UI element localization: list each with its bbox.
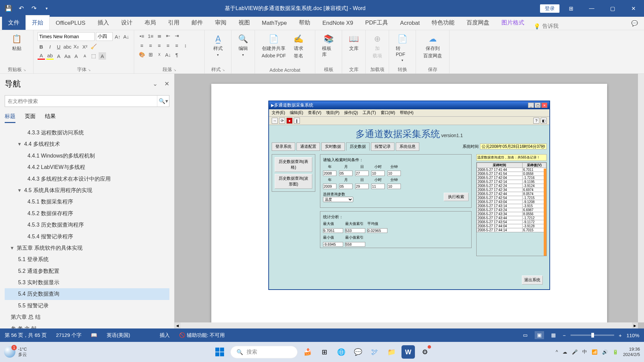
- grow-icon[interactable]: A: [72, 52, 80, 60]
- tray-wifi-icon[interactable]: 📶: [592, 349, 597, 355]
- tray-mic-icon[interactable]: 🎤: [572, 349, 578, 355]
- nav-item[interactable]: 第五章 系统软件的具体实现: [5, 242, 169, 254]
- maximize-icon[interactable]: ▢: [603, 0, 622, 17]
- tray-volume-icon[interactable]: 🔊: [602, 349, 608, 355]
- decrease-font-icon[interactable]: A↓: [123, 33, 130, 40]
- multilevel-icon[interactable]: ≣: [156, 32, 163, 40]
- nav-item[interactable]: 4.5.4 报警记录程序: [5, 231, 169, 242]
- tray-overflow-icon[interactable]: ^: [556, 349, 558, 355]
- app-edge-icon[interactable]: 🌐: [334, 345, 348, 359]
- increase-indent-icon[interactable]: ⇥: [173, 32, 180, 40]
- subscript-icon[interactable]: X₂: [72, 43, 80, 50]
- nav-item[interactable]: 5.4 历史数据查询: [5, 288, 169, 300]
- document-page[interactable]: ▶ 多通道数据采集系统 _ ▢ ✕ 文件(E)编辑(E)查看(V)项目(P)操作…: [211, 84, 607, 328]
- bullets-icon[interactable]: •≡: [138, 32, 146, 40]
- shading-icon[interactable]: 🎨: [138, 51, 146, 58]
- distribute-icon[interactable]: ≡: [173, 42, 180, 49]
- tab-officeplus[interactable]: OfficePLUS: [50, 16, 92, 30]
- font-launcher-icon[interactable]: ↘: [88, 68, 91, 72]
- nav-tab-headings[interactable]: 标题: [5, 113, 15, 123]
- change-case-icon[interactable]: Aa: [64, 52, 71, 60]
- qat-dropdown-icon[interactable]: ▾: [43, 5, 50, 12]
- text-effect-icon[interactable]: A: [55, 52, 62, 60]
- nav-item[interactable]: 5.1 登录系统: [5, 254, 169, 265]
- book-icon[interactable]: 📖: [91, 332, 97, 338]
- increase-font-icon[interactable]: A↑: [114, 33, 121, 40]
- tab-acrobat[interactable]: Acrobat: [394, 16, 426, 30]
- highlight-icon[interactable]: ab: [46, 52, 54, 60]
- sort-icon[interactable]: A↓: [164, 51, 172, 58]
- read-mode-icon[interactable]: ▭: [521, 331, 530, 339]
- asian-layout-icon[interactable]: ☓: [156, 51, 163, 58]
- nav-item[interactable]: 4.4 多线程技术: [5, 138, 169, 150]
- convert-pdf-button[interactable]: 📄转PDF▾: [393, 32, 412, 63]
- font-name-input[interactable]: [38, 32, 95, 41]
- nav-search-icon[interactable]: 🔍▾: [157, 96, 169, 107]
- char-shading-icon[interactable]: A: [99, 52, 106, 60]
- nav-item[interactable]: 4.5.1 数据采集程序: [5, 196, 169, 207]
- nav-item[interactable]: 参 考 文 献: [5, 323, 169, 328]
- nav-item[interactable]: 第六章 总 结: [5, 311, 169, 323]
- tab-insert[interactable]: 插入: [92, 15, 115, 30]
- wenku-button[interactable]: 📖文库: [346, 32, 361, 53]
- show-marks-icon[interactable]: ¶: [173, 51, 180, 58]
- tab-mailings[interactable]: 邮件: [185, 15, 209, 30]
- tray-battery-icon[interactable]: 🔋: [612, 349, 618, 355]
- templates-button[interactable]: 📚模板库: [319, 32, 338, 59]
- strike-icon[interactable]: abc: [64, 43, 71, 50]
- tab-endnote[interactable]: EndNote X9: [316, 16, 359, 30]
- page-info[interactable]: 第 56 页，共 65 页: [5, 332, 47, 339]
- clear-format-icon[interactable]: 🧹: [90, 43, 97, 50]
- nav-item[interactable]: 4.5 系统具体应用程序的实现: [5, 185, 169, 196]
- taskbar-search[interactable]: 🔍 搜索: [230, 346, 298, 358]
- request-sign-button[interactable]: ✍请求签名: [290, 32, 307, 60]
- accessibility[interactable]: 🚫 辅助功能: 不可用: [179, 332, 225, 339]
- tray-ime[interactable]: 中: [582, 349, 587, 355]
- char-border-icon[interactable]: ⬚: [90, 52, 97, 60]
- italic-icon[interactable]: I: [46, 43, 54, 50]
- doc-scrollbar-v[interactable]: [638, 74, 644, 322]
- nav-item[interactable]: 5.3 实时数据显示: [5, 277, 169, 288]
- save-baidu-button[interactable]: ☁保存到百度网盘: [420, 32, 445, 60]
- font-color-icon[interactable]: A: [38, 52, 45, 60]
- nav-tab-results[interactable]: 结果: [45, 113, 56, 123]
- superscript-icon[interactable]: X²: [81, 43, 89, 50]
- styles-launcher-icon[interactable]: ↘: [222, 68, 225, 72]
- addins-button[interactable]: ⊕加载项: [370, 32, 385, 60]
- nav-item[interactable]: 4.4.1 Windows的多线程机制: [5, 150, 169, 162]
- nav-item[interactable]: 4.4.2 LabVIEW与多线程: [5, 162, 169, 173]
- tab-picture-format[interactable]: 图片格式: [495, 15, 530, 30]
- tab-pdftools[interactable]: PDF工具: [359, 15, 394, 30]
- align-left-icon[interactable]: ≡: [138, 42, 146, 49]
- numbering-icon[interactable]: 1≡: [147, 32, 154, 40]
- tab-help[interactable]: 帮助: [293, 15, 316, 30]
- nav-item[interactable]: 4.5.3 历史数据查询程序: [5, 219, 169, 231]
- tab-file[interactable]: 文件: [2, 15, 25, 30]
- start-button[interactable]: [212, 345, 227, 359]
- save-icon[interactable]: 💾: [5, 5, 12, 12]
- word-count[interactable]: 27129 个字: [56, 332, 82, 339]
- comments-button[interactable]: 💬: [625, 17, 644, 30]
- nav-tab-pages[interactable]: 页面: [25, 113, 36, 123]
- nav-collapse-icon[interactable]: ⌄: [153, 80, 158, 87]
- tab-mathtype[interactable]: MathType: [256, 16, 293, 30]
- editing-button[interactable]: 🔍编辑▾: [235, 32, 251, 58]
- app-chat-icon[interactable]: 💬: [351, 345, 365, 359]
- styles-button[interactable]: A̲样式▾: [209, 32, 227, 58]
- nav-item[interactable]: 5.5 报警记录: [5, 300, 169, 311]
- paste-button[interactable]: 📋 粘贴: [4, 32, 29, 53]
- tab-view[interactable]: 视图: [232, 15, 256, 30]
- tab-layout[interactable]: 布局: [139, 15, 162, 30]
- app-obs-icon[interactable]: ⚙: [418, 345, 432, 359]
- tray-clock[interactable]: 19:36 2024/2/5: [623, 347, 640, 357]
- app-taskview-icon[interactable]: ⊞: [318, 345, 331, 359]
- web-layout-icon[interactable]: ▦: [549, 331, 558, 339]
- nav-item[interactable]: 4.4.3 多线程技术在本设计中的应用: [5, 173, 169, 185]
- close-icon[interactable]: ✕: [624, 0, 643, 17]
- language[interactable]: 英语(美国): [107, 332, 130, 339]
- weather-widget[interactable]: 1 -1°C多云: [4, 346, 27, 358]
- nav-item[interactable]: 4.5.2 数据保存程序: [5, 208, 169, 219]
- align-center-icon[interactable]: ≡: [147, 42, 154, 49]
- nav-close-icon[interactable]: ✕: [164, 80, 169, 87]
- tab-design[interactable]: 设计: [115, 15, 139, 30]
